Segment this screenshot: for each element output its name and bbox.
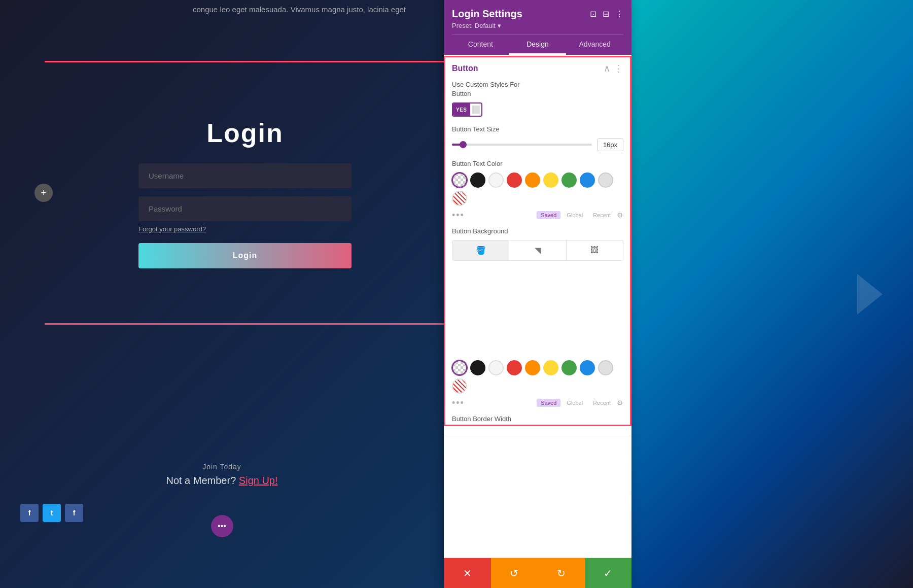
swatch-black[interactable]	[470, 172, 485, 188]
section-more-icon[interactable]: ⋮	[614, 63, 623, 74]
undo-button[interactable]: ↻	[538, 558, 585, 588]
collapse-icon[interactable]: ∧	[604, 63, 610, 74]
swatch-yellow-2[interactable]	[543, 360, 558, 375]
login-content: Login Forgot your password? Login	[45, 62, 444, 323]
color-tab-global-1[interactable]: Global	[563, 211, 587, 219]
section-header: Button ∧ ⋮	[444, 55, 631, 80]
toggle-dot	[472, 106, 480, 114]
panel-preset[interactable]: Preset: Default ▾	[452, 22, 623, 29]
swatch-black-2[interactable]	[470, 360, 485, 375]
image-icon: 🖼	[590, 246, 599, 255]
login-module: + Login Forgot your password? Login	[45, 61, 444, 325]
bg-tab-image[interactable]: 🖼	[567, 240, 623, 260]
toggle-no-area	[470, 103, 481, 116]
swatch-white-2[interactable]	[488, 360, 504, 375]
btn-bg-label: Button Background	[452, 227, 623, 236]
swatch-green[interactable]	[561, 172, 577, 188]
screenshot-icon[interactable]: ⊡	[590, 9, 596, 19]
btn-text-size-slider-row: 16px	[452, 139, 623, 151]
reset-icon: ↺	[510, 567, 518, 579]
bottom-section: Join Today Not a Member? Sign Up!	[0, 463, 444, 487]
tab-advanced[interactable]: Advanced	[566, 35, 623, 55]
slider-thumb[interactable]	[460, 141, 467, 148]
custom-styles-label: Use Custom Styles ForButton	[452, 80, 623, 98]
paint-bucket-icon: 🪣	[476, 246, 486, 255]
save-button[interactable]: ✓	[585, 558, 632, 588]
text-size-value-input[interactable]: 16px	[597, 139, 623, 151]
swatch-transparent-2[interactable]	[452, 360, 467, 375]
panel-title: Login Settings	[452, 8, 522, 20]
swatch-red[interactable]	[507, 172, 522, 188]
dots-icon: •••	[218, 522, 226, 531]
section-header-icons: ∧ ⋮	[604, 63, 623, 74]
color-tab-saved-2[interactable]: Saved	[537, 399, 560, 407]
panel-tabs: Content Design Advanced	[452, 34, 623, 55]
color-tab-dots-1[interactable]: •••	[452, 210, 465, 221]
btn-bg-tabs: 🪣 ◥ 🖼	[452, 240, 623, 261]
color-tab-buttons-2: Saved Global Recent ⚙	[537, 399, 623, 407]
split-icon[interactable]: ⊟	[603, 9, 609, 19]
swatch-light[interactable]	[598, 172, 613, 188]
redo-icon: ↻	[557, 567, 566, 579]
color-tab-recent-2[interactable]: Recent	[589, 399, 615, 407]
bg-tab-color[interactable]: 🪣	[452, 240, 509, 260]
signup-link[interactable]: Sign Up!	[239, 475, 278, 486]
color-tabs-row-1: ••• Saved Global Recent ⚙	[452, 210, 623, 221]
login-form: Forgot your password? Login	[138, 163, 352, 268]
btn-text-color-label: Button Text Color	[452, 159, 623, 168]
dots-menu-button[interactable]: •••	[211, 515, 233, 537]
panel-header: Login Settings ⊡ ⊟ ⋮ Preset: Default ▾ C…	[444, 0, 631, 55]
more-options-icon[interactable]: ⋮	[615, 9, 623, 19]
panel-header-top: Login Settings ⊡ ⊟ ⋮	[452, 8, 623, 20]
swatch-yellow[interactable]	[543, 172, 558, 188]
toggle-yes-label: YES	[453, 103, 470, 116]
swatch-red-2[interactable]	[507, 360, 522, 375]
action-bar: ✕ ↺ ↻ ✓	[444, 558, 631, 588]
swatch-blue-1[interactable]	[580, 172, 595, 188]
tab-content[interactable]: Content	[452, 35, 509, 55]
join-today-label: Join Today	[0, 463, 444, 471]
color-tab-global-2[interactable]: Global	[563, 399, 587, 407]
tab-design[interactable]: Design	[509, 35, 567, 55]
swatch-orange[interactable]	[525, 172, 540, 188]
spacer-area	[452, 269, 623, 360]
custom-styles-toggle-row: YES	[452, 102, 623, 117]
color-settings-icon-2[interactable]: ⚙	[617, 399, 623, 407]
reset-button[interactable]: ↺	[491, 558, 538, 588]
cancel-button[interactable]: ✕	[444, 558, 491, 588]
forgot-password-link[interactable]: Forgot your password?	[138, 225, 206, 233]
swatch-stripe-2[interactable]	[452, 378, 467, 394]
facebook-icon-2[interactable]: f	[65, 504, 83, 522]
swatch-transparent[interactable]	[452, 172, 467, 188]
username-input[interactable]	[138, 163, 352, 188]
color-tab-saved-1[interactable]: Saved	[537, 211, 560, 219]
swatch-green-2[interactable]	[561, 360, 577, 375]
swatch-light-2[interactable]	[598, 360, 613, 375]
not-member-text: Not a Member? Sign Up!	[0, 475, 444, 487]
color-tab-recent-1[interactable]: Recent	[589, 211, 615, 219]
swatch-orange-2[interactable]	[525, 360, 540, 375]
color-tab-buttons-1: Saved Global Recent ⚙	[537, 211, 623, 219]
text-size-slider-track[interactable]	[452, 144, 592, 146]
swatch-stripe[interactable]	[452, 191, 467, 206]
btn-bg-color-swatches	[452, 360, 623, 394]
twitter-icon[interactable]: t	[43, 504, 61, 522]
login-button[interactable]: Login	[138, 243, 352, 268]
password-input[interactable]	[138, 196, 352, 221]
add-element-button[interactable]: +	[34, 184, 53, 202]
gradient-icon: ◥	[535, 246, 541, 255]
btn-text-color-swatches	[452, 172, 623, 206]
arrow-decoration	[857, 274, 883, 315]
facebook-icon-1[interactable]: f	[20, 504, 39, 522]
color-settings-icon-1[interactable]: ⚙	[617, 211, 623, 219]
plus-icon: +	[41, 188, 47, 198]
swatch-blue-2[interactable]	[580, 360, 595, 375]
section-title: Button	[452, 64, 478, 73]
top-text: congue leo eget malesuada. Vivamus magna…	[193, 5, 406, 14]
bg-tab-gradient[interactable]: ◥	[509, 240, 566, 260]
swatch-white[interactable]	[488, 172, 504, 188]
section-body: Use Custom Styles ForButton YES Button T…	[444, 80, 631, 436]
color-tab-dots-2[interactable]: •••	[452, 398, 465, 408]
login-heading: Login	[206, 118, 284, 148]
custom-styles-toggle[interactable]: YES	[452, 102, 482, 117]
